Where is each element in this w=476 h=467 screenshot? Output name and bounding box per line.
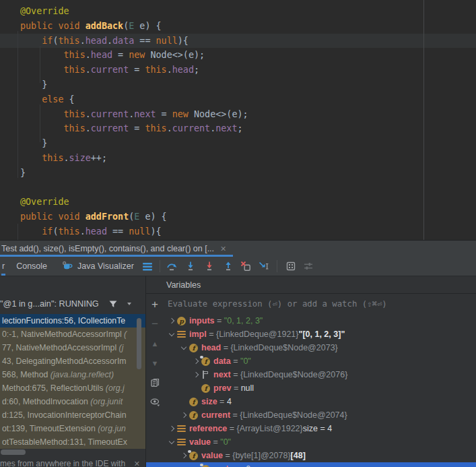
add-watch-button[interactable]: + (146, 294, 164, 314)
close-icon[interactable]: ✕ (220, 245, 226, 253)
stack-frames-list: lectionFunctions:56, ICollectionTe0:-1, … (0, 314, 145, 449)
variable-row[interactable]: impl = {LinkedDeque@1921} "[0, 1, 2, 3]" (164, 328, 476, 341)
variable-name: head (201, 343, 221, 352)
layout-settings-icon[interactable] (303, 261, 314, 272)
variable-value: "[0, 1, 2, 3]" (298, 330, 345, 339)
stack-frame-row[interactable]: Method:675, ReflectionUtils (org.j (0, 381, 145, 395)
tab-debugger-partial[interactable]: r (1, 257, 5, 276)
ide-window: @Overridepublic void addBack(E e) { if(t… (0, 0, 476, 467)
chevron-right-icon[interactable] (167, 316, 176, 325)
step-into-icon[interactable] (185, 261, 196, 272)
stack-frame-row[interactable]: 77, NativeMethodAccessorImpl (j (0, 341, 145, 354)
variables-header-label: Variables (166, 280, 201, 290)
variable-row[interactable]: next = {LinkedDeque$Node@2076} (164, 368, 476, 381)
variable-row[interactable]: fcurrent = {LinkedDeque$Node@2074} (164, 408, 476, 422)
code-line: if(this.head.data == null){ (0, 34, 476, 49)
stack-frame-row[interactable]: otTestableMethod:131, TimeoutEx (0, 435, 145, 449)
code-line: this.current.next = new Node<>(e); (0, 107, 476, 122)
variable-row[interactable]: fdata = "0" (164, 354, 476, 368)
chevron-right-icon[interactable] (167, 424, 176, 433)
equals-sign: = (231, 356, 240, 366)
duplicate-watch-button[interactable] (146, 373, 164, 392)
variable-value: {LinkedDeque$Node@2076} (240, 370, 347, 379)
equals-sign: = (223, 451, 232, 460)
chevron-right-icon[interactable] (191, 370, 201, 379)
stack-frame-row[interactable]: lectionFunctions:56, ICollectionTe (0, 314, 145, 328)
chevron-right-icon[interactable] (179, 451, 189, 460)
equals-sign: = (221, 343, 230, 352)
indent-guide (18, 31, 18, 178)
debug-session-tab[interactable]: Test add(), size(), isEmpty(), contains(… (0, 241, 233, 257)
chevron-right-icon[interactable] (191, 356, 201, 366)
step-over-icon[interactable] (166, 261, 177, 272)
chevron-down-icon[interactable] (127, 303, 131, 305)
active-tab-indicator (1, 274, 5, 276)
variable-row[interactable]: fsize = 4 (164, 395, 476, 408)
chevron-spacer (179, 397, 189, 406)
variable-row[interactable]: value = "0" (164, 435, 476, 449)
menu-icon[interactable] (142, 261, 153, 272)
code-line: else { (0, 92, 476, 107)
field-icon: f (189, 397, 199, 406)
horizontal-scrollbar[interactable] (1, 449, 26, 455)
toolwindow-tab-bar: Test add(), size(), isEmpty(), contains(… (0, 241, 476, 257)
variable-row[interactable]: fvalue = {byte[1]@2078} [48] (164, 449, 476, 462)
variable-name: current (201, 410, 230, 420)
close-icon[interactable]: ✕ (134, 460, 140, 467)
stack-frame-row[interactable]: d:60, MethodInvocation (org.junit (0, 395, 145, 408)
evaluate-placeholder: Evaluate expression (⏎) or add a watch (… (164, 299, 387, 309)
local-variable-icon (176, 330, 186, 339)
chevron-down-icon[interactable] (167, 330, 176, 339)
indent-guide (40, 104, 40, 142)
stack-frame-row[interactable]: 0:-1, NativeMethodAccessorImpl ( (0, 328, 145, 341)
tab-debugger-label: r (2, 261, 5, 271)
tab-console[interactable]: Console (16, 257, 47, 276)
variable-value: {LinkedDeque@1921} (216, 330, 299, 339)
code-line (0, 181, 476, 195)
filter-icon[interactable] (108, 300, 118, 309)
toolbar-separator (277, 260, 277, 272)
variable-value: size = 4 (303, 424, 332, 433)
evaluate-expression-input[interactable]: Evaluate expression (⏎) or add a watch (… (164, 297, 476, 311)
chevron-right-icon[interactable] (179, 410, 189, 420)
equals-sign: = (231, 370, 240, 379)
variable-row[interactable]: fcoder = 0 (146, 462, 476, 467)
field-icon: f (201, 464, 211, 467)
variable-row[interactable]: pinputs = "0, 1, 2, 3" (164, 314, 476, 328)
chevron-down-icon[interactable] (179, 343, 189, 352)
code-line: this.current = this.current.next; (0, 121, 476, 136)
remove-watch-button[interactable]: − (146, 314, 164, 334)
variable-row[interactable]: fprev = null (164, 381, 476, 395)
equals-sign: = (236, 464, 246, 467)
equals-sign: = (211, 437, 220, 447)
variable-row[interactable]: fhead = {LinkedDeque$Node@2073} (164, 341, 476, 354)
stack-frame-row[interactable]: 568, Method (java.lang.reflect) (0, 368, 145, 381)
force-step-into-icon[interactable] (204, 261, 215, 272)
tab-console-label: Console (16, 261, 47, 271)
thread-selector[interactable]: "@1 in g...ain": RUNNING (0, 297, 145, 311)
evaluate-expression-icon[interactable] (285, 261, 296, 272)
variable-value: null (241, 383, 254, 393)
stack-frame-row[interactable]: 43, DelegatingMethodAccessorIm (0, 354, 145, 368)
vertical-scrollbar[interactable] (137, 318, 141, 369)
code-editor[interactable]: @Overridepublic void addBack(E e) { if(t… (0, 0, 476, 241)
move-down-button[interactable]: ▼ (146, 353, 164, 373)
tip-text: mes from anywhere in the IDE with (0, 459, 125, 467)
run-to-cursor-icon[interactable] (259, 261, 269, 272)
step-out-icon[interactable] (223, 261, 234, 272)
right-margin-guide (423, 0, 424, 240)
chevron-down-icon[interactable] (167, 437, 176, 447)
variable-value: "0, 1, 2, 3" (224, 316, 263, 325)
variable-name: reference (189, 424, 227, 433)
stack-frame-row[interactable]: d:125, InvocationInterceptorChain (0, 408, 145, 422)
move-up-button[interactable]: ▲ (146, 334, 164, 353)
code-line: } (0, 166, 476, 181)
variable-name: size (201, 397, 217, 406)
variable-row[interactable]: reference = {ArrayList@1922} size = 4 (164, 422, 476, 435)
indent-guide (40, 46, 40, 83)
drop-frame-icon[interactable] (240, 261, 251, 272)
variable-name: next (213, 370, 231, 379)
show-watches-button[interactable] (146, 392, 164, 412)
tab-java-visualizer[interactable]: Java Visualizer (62, 257, 134, 276)
stack-frame-row[interactable]: ot:139, TimeoutExtension (org.jun (0, 422, 145, 435)
